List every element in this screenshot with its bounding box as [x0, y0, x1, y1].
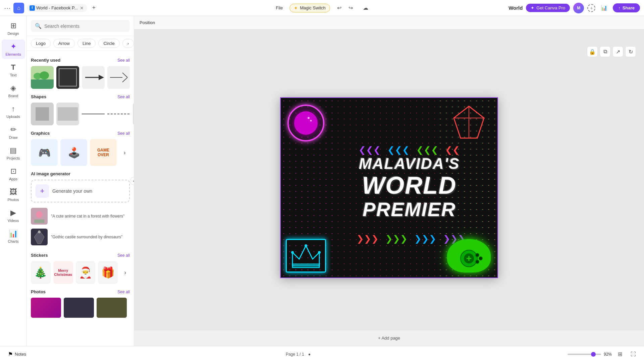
add-user-button[interactable]: + — [587, 4, 595, 12]
duplicate-button[interactable]: ⧉ — [600, 46, 610, 57]
projects-icon: ▤ — [10, 146, 17, 155]
recently-used-see-all[interactable]: See all — [117, 58, 130, 63]
recent-thumb-1[interactable] — [31, 66, 54, 89]
filter-circle[interactable]: Circle — [98, 39, 119, 48]
redo-button[interactable]: ↪ — [345, 3, 356, 13]
sidebar-label-design: Design — [7, 32, 19, 36]
sticker-1[interactable]: 🎄 — [31, 261, 51, 284]
svg-rect-4 — [56, 66, 79, 89]
analytics-button[interactable]: 📊 — [599, 3, 609, 13]
svg-line-33 — [454, 106, 469, 118]
tab-close-button[interactable]: ✕ — [79, 5, 85, 11]
graphics-see-all[interactable]: See all — [117, 131, 130, 136]
sidebar-item-brand[interactable]: ◈ Brand — [2, 81, 25, 101]
sticker-3[interactable]: 🎅 — [76, 261, 96, 284]
stickers-see-all[interactable]: See all — [117, 253, 130, 258]
shape-rect[interactable] — [56, 103, 79, 125]
sidebar-item-projects[interactable]: ▤ Projects — [2, 143, 25, 163]
add-page-bar[interactable]: + Add page — [134, 330, 644, 346]
sidebar-label-photos: Photos — [7, 198, 19, 202]
shapes-see-all[interactable]: See all — [117, 95, 130, 99]
zoom-handle[interactable] — [591, 352, 596, 357]
svg-rect-25 — [64, 298, 94, 318]
canvas-wrapper[interactable]: 🔒 ⧉ ↗ ↻ — [134, 29, 644, 346]
save-button[interactable]: ☁ — [360, 3, 371, 13]
pacman-inner[interactable] — [294, 111, 318, 135]
filter-line[interactable]: Line — [77, 39, 96, 48]
graphic-thumb-2[interactable]: 🕹️ — [60, 139, 87, 166]
canvas-title-area[interactable]: MALAVIDA'S WORLD PREMIER — [359, 155, 460, 220]
page-indicator: Page 1 / 1 — [286, 352, 304, 357]
file-menu[interactable]: File — [273, 4, 285, 12]
elements-panel: 🔍 Logo Arrow Line Circle › Recently used… — [27, 16, 134, 346]
sidebar-item-videos[interactable]: ▶ Videos — [2, 206, 25, 225]
filter-arrow[interactable]: Arrow — [53, 39, 75, 48]
graphics-more[interactable]: › — [119, 139, 130, 166]
sidebar-item-charts[interactable]: 📊 Charts — [2, 227, 25, 246]
graphic-thumb-1[interactable]: 🎮 — [31, 139, 58, 166]
zoom-slider[interactable] — [568, 354, 601, 355]
shape-circle[interactable] — [133, 103, 134, 125]
sidebar-item-uploads[interactable]: ↑ Uploads — [2, 102, 25, 121]
shape-line[interactable] — [82, 103, 105, 125]
recent-thumb-3[interactable] — [82, 66, 105, 89]
ai-example-1[interactable]: "A cute anime cat in a forest with flowe… — [31, 206, 130, 227]
ai-example-2[interactable]: "Gothic castle surrounded by dinosaurs" — [31, 227, 130, 247]
refresh-button[interactable]: ↻ — [625, 46, 636, 57]
sidebar-item-apps[interactable]: ⊡ Apps — [2, 164, 25, 184]
apps-menu-icon[interactable]: ⋯ — [4, 4, 11, 12]
arrow-pink: ❮❮❮ — [359, 145, 381, 155]
svg-point-37 — [305, 244, 307, 247]
uploads-icon: ↑ — [11, 105, 15, 113]
add-page-label: + Add page — [378, 336, 400, 341]
sidebar-item-design[interactable]: ⊞ Design — [2, 19, 25, 38]
search-input[interactable] — [44, 23, 126, 29]
shape-dashed-line[interactable] — [107, 103, 130, 125]
undo-button[interactable]: ↩ — [334, 3, 345, 13]
recent-thumb-4[interactable] — [107, 66, 130, 89]
sidebar-item-draw[interactable]: ✏ Draw — [2, 123, 25, 142]
crown-decoration[interactable] — [286, 239, 326, 273]
svg-marker-30 — [469, 106, 484, 118]
photo-1[interactable] — [31, 298, 61, 318]
graphics-header: Graphics See all — [31, 131, 130, 136]
diamond-decoration[interactable] — [450, 105, 487, 147]
photo-3[interactable] — [97, 298, 127, 318]
notes-button[interactable]: ⚑ Notes — [5, 350, 29, 359]
shape-square[interactable] — [31, 103, 54, 125]
grid-view-button[interactable]: ⊞ — [614, 349, 625, 360]
controller-decoration[interactable] — [447, 239, 491, 273]
sidebar-item-photos[interactable]: 🖼 Photos — [2, 185, 25, 204]
photos-see-all[interactable]: See all — [117, 290, 130, 294]
add-tab-button[interactable]: + — [90, 4, 98, 12]
stickers-more[interactable]: › — [120, 261, 130, 284]
filter-more[interactable]: › — [122, 39, 134, 48]
sidebar-item-elements[interactable]: ✦ Elements — [2, 40, 25, 59]
arrow-green: ❮❮❮ — [416, 145, 438, 155]
sidebar-item-text[interactable]: T Text — [2, 60, 25, 80]
export-button[interactable]: ↗ — [612, 46, 623, 57]
fullscreen-button[interactable]: ⛶ — [628, 349, 639, 360]
stickers-header: Stickers See all — [31, 253, 130, 258]
project-title[interactable]: World — [508, 5, 523, 11]
canva-pro-button[interactable]: ✦ Get Canva Pro — [526, 4, 570, 12]
photo-2[interactable] — [64, 298, 94, 318]
lock-button[interactable]: 🔒 — [587, 46, 598, 57]
ai-plus-icon: + — [36, 184, 49, 198]
svg-rect-24 — [31, 298, 61, 318]
home-button[interactable]: ⌂ — [13, 3, 24, 13]
sticker-4[interactable]: 🎁 — [98, 261, 118, 284]
avatar[interactable]: M — [573, 3, 584, 13]
share-button[interactable]: ↑ Share — [613, 3, 640, 12]
filter-logo[interactable]: Logo — [31, 39, 51, 48]
ai-generate-button[interactable]: + Generate your own — [31, 180, 130, 202]
canvas-title-line3: PREMIER — [359, 199, 460, 220]
graphic-thumb-3[interactable]: GAMEOVER — [90, 139, 117, 166]
design-canvas[interactable]: ❮❮❮ ❮❮❮ ❮❮❮ ❮❮ MALAVIDA'S WORLD PREMIER — [280, 97, 498, 278]
page-dot-prev[interactable]: ● — [308, 352, 311, 357]
magic-switch-button[interactable]: ✦ Magic Switch — [289, 4, 330, 12]
ai-example-text-2: "Gothic castle surrounded by dinosaurs" — [51, 235, 122, 239]
recent-thumb-2[interactable] — [56, 66, 79, 89]
svg-rect-20 — [34, 220, 44, 223]
sticker-2[interactable]: MerryChristmas — [53, 261, 73, 284]
